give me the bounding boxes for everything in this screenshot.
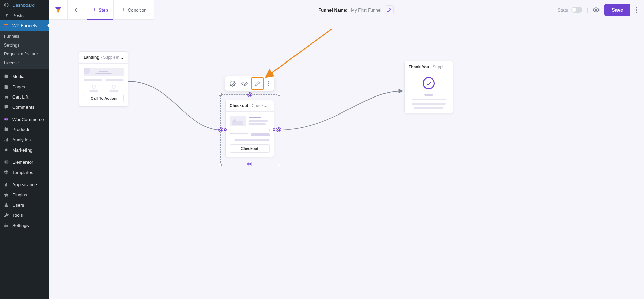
sidebar-item-media[interactable]: Media bbox=[0, 71, 49, 82]
eye-icon bbox=[593, 6, 600, 13]
sidebar-item-label: Posts bbox=[12, 13, 24, 18]
port-bottom[interactable] bbox=[248, 162, 252, 166]
svg-rect-17 bbox=[4, 224, 8, 224]
add-step-label: Step bbox=[99, 7, 108, 13]
sidebar-subitem-license[interactable]: License bbox=[0, 58, 49, 67]
svg-rect-2 bbox=[5, 25, 8, 26]
port-right[interactable] bbox=[276, 128, 281, 132]
node-preview-button[interactable] bbox=[240, 79, 249, 88]
sidebar-item-label: Elementor bbox=[12, 160, 33, 165]
sidebar-item-settings[interactable]: Settings bbox=[0, 220, 49, 230]
svg-rect-12 bbox=[5, 161, 6, 163]
svg-rect-18 bbox=[4, 225, 8, 225]
add-condition-label: Condition bbox=[128, 7, 147, 13]
appearance-icon bbox=[3, 182, 10, 187]
sidebar-item-label: Users bbox=[12, 203, 24, 208]
svg-text:woo: woo bbox=[4, 119, 8, 120]
users-icon bbox=[3, 202, 10, 208]
preview-button[interactable] bbox=[593, 6, 600, 13]
sidebar-item-wp-funnels[interactable]: WP Funnels bbox=[0, 20, 49, 31]
editor-topbar: Step Condition Funnel Name: My First Fun… bbox=[49, 0, 644, 20]
resize-handle-sw[interactable] bbox=[219, 164, 222, 166]
sidebar-item-products[interactable]: Products bbox=[0, 124, 49, 135]
resize-handle-nw[interactable] bbox=[219, 93, 222, 96]
svg-point-5 bbox=[7, 98, 8, 99]
port-left[interactable] bbox=[219, 128, 223, 132]
resize-handle-ne[interactable] bbox=[278, 93, 280, 96]
sidebar-item-tools[interactable]: Tools bbox=[0, 210, 49, 220]
add-condition-tab[interactable]: Condition bbox=[113, 0, 154, 20]
pencil-icon bbox=[255, 81, 261, 87]
svg-point-21 bbox=[7, 225, 8, 226]
node-thankyou-title: Thank You bbox=[409, 65, 429, 69]
sidebar-subitem-request-a-feature[interactable]: Request a feature bbox=[0, 50, 49, 58]
node-thankyou[interactable]: Thank You - Supplement T… bbox=[404, 61, 453, 113]
analytics-icon bbox=[3, 137, 10, 142]
sidebar-item-label: Templates bbox=[12, 170, 33, 175]
sidebar-item-label: Cart Lift bbox=[12, 94, 28, 100]
node-more-button[interactable] bbox=[266, 79, 271, 88]
media-icon bbox=[3, 74, 10, 79]
node-checkout-header: Checkout - Checkout Step bbox=[226, 100, 274, 112]
svg-rect-9 bbox=[6, 139, 7, 141]
sidebar-item-woocommerce[interactable]: wooWooCommerce bbox=[0, 114, 49, 124]
sidebar-item-label: Comments bbox=[12, 105, 34, 110]
node-thankyou-subtitle: - Supplement T… bbox=[429, 65, 453, 69]
sidebar-item-appearance[interactable]: Appearance bbox=[0, 179, 49, 190]
sidebar-item-dashboard[interactable]: Dashboard bbox=[0, 0, 49, 10]
svg-point-22 bbox=[5, 226, 6, 227]
sidebar-item-label: WooCommerce bbox=[12, 117, 44, 122]
svg-rect-14 bbox=[6, 162, 7, 162]
sidebar-item-analytics[interactable]: Analytics bbox=[0, 135, 49, 145]
arrow-left-icon bbox=[74, 6, 80, 13]
node-checkout-preview bbox=[226, 112, 274, 144]
funnel-title-area: Funnel Name: My First Funnel bbox=[154, 5, 558, 14]
svg-point-23 bbox=[595, 9, 597, 11]
sidebar-item-label: Marketing bbox=[12, 147, 32, 153]
sidebar-item-templates[interactable]: Templates bbox=[0, 167, 49, 177]
funnel-canvas[interactable]: Landing - Supplement La… Call To Action … bbox=[49, 2, 644, 299]
node-thankyou-preview bbox=[405, 73, 453, 113]
sidebar-item-label: Pages bbox=[12, 84, 25, 89]
resize-handle-se[interactable] bbox=[278, 164, 280, 166]
sidebar-item-cart-lift[interactable]: Cart Lift bbox=[0, 92, 49, 102]
node-checkout[interactable]: Checkout - Checkout Step Checkout bbox=[225, 100, 274, 157]
node-landing-subtitle: - Supplement La… bbox=[100, 55, 128, 60]
pin-icon bbox=[3, 13, 10, 18]
node-landing[interactable]: Landing - Supplement La… Call To Action bbox=[79, 51, 128, 107]
tools-icon bbox=[3, 212, 10, 218]
sidebar-subitem-funnels[interactable]: Funnels bbox=[0, 32, 49, 41]
topbar-more-menu[interactable] bbox=[635, 5, 638, 15]
stats-toggle[interactable] bbox=[571, 7, 582, 13]
node-checkout-title: Checkout bbox=[230, 103, 248, 108]
svg-point-24 bbox=[232, 83, 234, 85]
sidebar-item-label: Plugins bbox=[12, 192, 27, 197]
edit-funnel-name-button[interactable] bbox=[385, 5, 394, 14]
plus-icon bbox=[92, 7, 97, 12]
port-top[interactable] bbox=[248, 93, 252, 97]
node-edit-button[interactable] bbox=[251, 77, 264, 90]
sidebar-item-marketing[interactable]: Marketing bbox=[0, 145, 49, 155]
save-button[interactable]: Save bbox=[604, 4, 630, 16]
sidebar-item-elementor[interactable]: Elementor bbox=[0, 157, 49, 167]
node-checkout-subtitle: - Checkout Step bbox=[248, 103, 274, 108]
app-logo-tab[interactable] bbox=[49, 0, 68, 20]
marketing-icon bbox=[3, 147, 10, 153]
back-button[interactable] bbox=[67, 0, 87, 20]
woo-icon: woo bbox=[3, 117, 10, 122]
checkmark-icon bbox=[423, 77, 435, 89]
gauge-icon bbox=[3, 2, 10, 8]
sidebar-item-posts[interactable]: Posts bbox=[0, 10, 49, 20]
sidebar-subitem-settings[interactable]: Settings bbox=[0, 41, 49, 50]
sidebar-item-users[interactable]: Users bbox=[0, 200, 49, 210]
sidebar-item-comments[interactable]: Comments bbox=[0, 102, 49, 112]
svg-rect-13 bbox=[6, 161, 7, 161]
node-settings-button[interactable] bbox=[228, 79, 237, 88]
port-left-inner[interactable] bbox=[224, 128, 227, 131]
svg-point-16 bbox=[5, 203, 7, 205]
sidebar-item-pages[interactable]: Pages bbox=[0, 82, 49, 92]
sidebar-item-plugins[interactable]: Plugins bbox=[0, 190, 49, 200]
port-right-inner[interactable] bbox=[273, 128, 275, 131]
sidebar-item-label: Media bbox=[12, 74, 25, 79]
add-step-tab[interactable]: Step bbox=[87, 0, 114, 20]
